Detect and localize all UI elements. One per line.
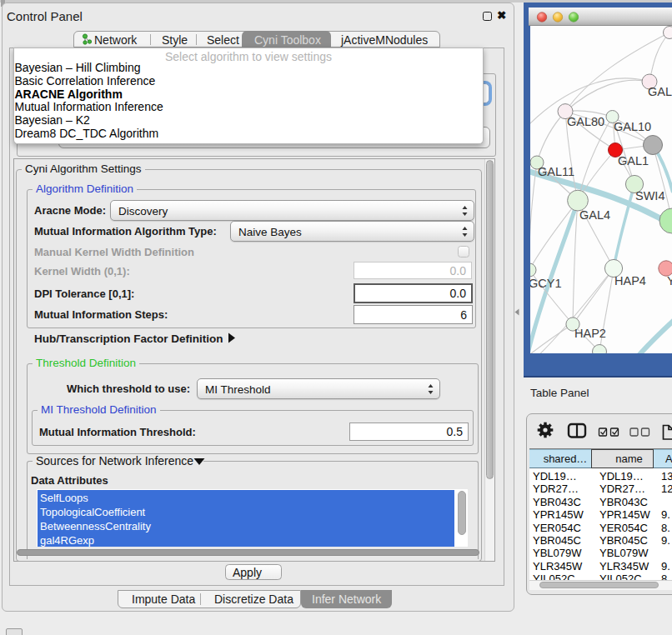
svg-text:GAL4: GAL4 xyxy=(579,208,610,222)
svg-text:GAL1: GAL1 xyxy=(618,154,649,168)
svg-text:HAP2: HAP2 xyxy=(574,327,606,340)
svg-text:GAL10: GAL10 xyxy=(614,120,651,133)
svg-text:GCY1: GCY1 xyxy=(530,277,562,290)
svg-text:SWI4: SWI4 xyxy=(635,189,664,202)
svg-text:GAL11: GAL11 xyxy=(538,165,574,178)
svg-text:GAL2: GAL2 xyxy=(648,85,672,98)
svg-text:Y: Y xyxy=(667,274,672,288)
svg-text:GAL80: GAL80 xyxy=(567,115,604,128)
svg-text:HAP4: HAP4 xyxy=(614,274,646,288)
